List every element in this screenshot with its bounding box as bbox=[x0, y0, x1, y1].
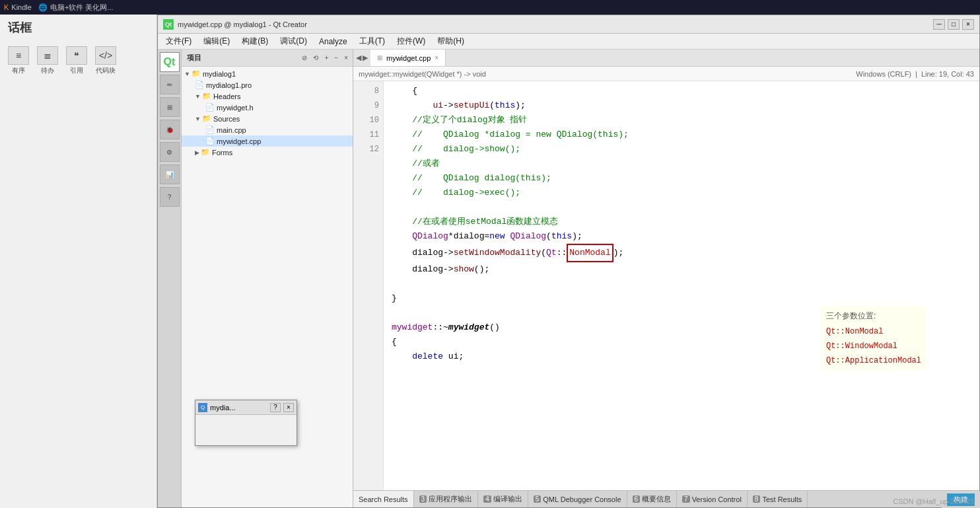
code-line-comment2: // QDialog dialog(this); bbox=[392, 171, 971, 186]
tree-root[interactable]: ▼ 📁 mydialog1 bbox=[182, 68, 353, 79]
sidebar-welcome-icon[interactable]: Qt bbox=[160, 52, 180, 72]
code-line-setmodal-comment: //在或者使用setModal函数建立模态 bbox=[392, 215, 971, 229]
tree-item-headers[interactable]: ▼ 📁 Headers bbox=[182, 91, 353, 102]
dialog-title-bar: Q mydia... ? × bbox=[195, 400, 297, 415]
code-line-12: // dialog->show(); bbox=[392, 142, 971, 157]
tree-item-mywidgeth[interactable]: 📄 mywidget.h bbox=[182, 102, 353, 113]
nav-back[interactable]: ◀ bbox=[356, 54, 361, 62]
code-line-blank1 bbox=[392, 200, 971, 215]
dialog-close-button[interactable]: × bbox=[283, 403, 294, 412]
dialog-icon: Q bbox=[198, 403, 207, 412]
tree-item-pro[interactable]: 📄 mydialog1.pro bbox=[182, 79, 353, 91]
todo-icon[interactable]: ≣ 待办 bbox=[37, 46, 58, 75]
code-line-comment1: //或者 bbox=[392, 157, 971, 171]
browser-icon: 🌐 bbox=[38, 3, 48, 12]
bottom-tab-test-results[interactable]: 8 Test Results bbox=[748, 491, 808, 507]
code-line-blank2 bbox=[392, 277, 971, 291]
panel-title: 话框 bbox=[0, 15, 157, 41]
dialog-help-button[interactable]: ? bbox=[270, 403, 281, 412]
sidebar-help-icon[interactable]: ? bbox=[160, 187, 180, 207]
minimize-button[interactable]: ─ bbox=[933, 19, 945, 30]
tab-label: mywidget.cpp bbox=[386, 54, 431, 62]
window-controls: ─ □ × bbox=[933, 19, 974, 30]
sidebar-analyze-icon[interactable]: 📊 bbox=[160, 164, 180, 184]
bottom-tabs: Search Results 3 应用程序输出 4 编译输出 5 QML Deb… bbox=[353, 490, 979, 507]
sidebar-projects-icon[interactable]: ⚙ bbox=[160, 142, 180, 162]
annotation-item-0: Qt::NonModal bbox=[826, 324, 921, 339]
code-line-8: { bbox=[392, 84, 971, 98]
floating-dialog: Q mydia... ? × bbox=[195, 400, 297, 446]
tree-item-forms[interactable]: ▶ 📁 Forms bbox=[182, 147, 353, 158]
ordered-list-icon[interactable]: ≡ 有序 bbox=[8, 46, 29, 75]
bottom-tab-search[interactable]: Search Results bbox=[353, 491, 414, 507]
menu-help[interactable]: 帮助(H) bbox=[432, 34, 470, 48]
sidebar-edit-icon[interactable]: ✏ bbox=[160, 75, 180, 94]
tab-icon: ⊞ bbox=[377, 54, 382, 61]
tree-item-mywidgetcpp[interactable]: 📄 mywidget.cpp bbox=[182, 135, 353, 147]
sidebar-design-icon[interactable]: ⊞ bbox=[160, 97, 180, 117]
filter-button[interactable]: ⊘ bbox=[300, 54, 309, 62]
left-sidebar: Qt ✏ ⊞ 🐞 ⚙ 📊 ? bbox=[158, 50, 182, 507]
tree-root-label: mydialog1 bbox=[203, 70, 236, 78]
bottom-tab-compile-output[interactable]: 4 编译输出 bbox=[478, 491, 528, 507]
editor-tab-bar: ◀ ▶ ⊞ mywidget.cpp × bbox=[353, 50, 979, 67]
code-line-modality: dialog->setWindowModality(Qt::NonModal); bbox=[392, 244, 971, 262]
bottom-tab-summary[interactable]: 6 概要信息 bbox=[627, 491, 678, 507]
code-line-closebrace: } bbox=[392, 291, 971, 306]
code-editor: 8 9 10 11 12 bbox=[353, 81, 979, 490]
search-results-label: Search Results bbox=[359, 495, 408, 503]
taskbar: K Kindle 🌐 电脑+软件 美化网... bbox=[0, 0, 980, 15]
code-line-11: // QDialog *dialog = new QDialog(this); bbox=[392, 127, 971, 142]
menu-analyze[interactable]: Analyze bbox=[314, 36, 353, 48]
menu-debug[interactable]: 调试(D) bbox=[275, 34, 312, 48]
maximize-button[interactable]: □ bbox=[948, 19, 960, 30]
menu-controls[interactable]: 控件(W) bbox=[392, 34, 431, 48]
tab-close-button[interactable]: × bbox=[435, 54, 438, 61]
csdn-watermark: CSDN @Half_up-298415 bbox=[893, 497, 975, 505]
bottom-tab-qml-debugger[interactable]: 5 QML Debugger Console bbox=[528, 491, 627, 507]
menu-tools[interactable]: 工具(T) bbox=[354, 34, 390, 48]
taskbar-kindle[interactable]: K Kindle bbox=[4, 3, 32, 11]
tree-item-sources[interactable]: ▼ 📁 Sources bbox=[182, 113, 353, 124]
encoding-label: Windows (CRLF) bbox=[856, 70, 911, 78]
menu-build[interactable]: 构建(B) bbox=[236, 34, 273, 48]
annotation-item-1: Qt::WindowModal bbox=[826, 339, 921, 353]
editor-area: ◀ ▶ ⊞ mywidget.cpp × mywidget::mywidget(… bbox=[353, 50, 979, 507]
quote-icon[interactable]: ❝ 引用 bbox=[66, 46, 87, 75]
editor-tab-mywidgetcpp[interactable]: ⊞ mywidget.cpp × bbox=[370, 50, 446, 66]
breadcrumb-bar: mywidget::mywidget(QWidget *) -> void Wi… bbox=[353, 67, 979, 81]
sync-button[interactable]: ⟲ bbox=[311, 54, 320, 62]
nav-forward[interactable]: ▶ bbox=[363, 54, 368, 62]
taskbar-browser[interactable]: 🌐 电脑+软件 美化网... bbox=[38, 3, 114, 13]
menu-bar: 文件(F) 编辑(E) 构建(B) 调试(D) Analyze 工具(T) 控件… bbox=[158, 34, 979, 50]
collapse-button[interactable]: − bbox=[332, 54, 340, 62]
window-title: mywidget.cpp @ mydialog1 - Qt Creator bbox=[178, 20, 307, 28]
close-button[interactable]: × bbox=[962, 19, 974, 30]
project-toolbar-title: 项目 bbox=[184, 52, 204, 64]
icon-row-1: ≡ 有序 ≣ 待办 ❝ 引用 </> 代码块 bbox=[8, 46, 149, 75]
menu-file[interactable]: 文件(F) bbox=[160, 34, 197, 48]
position-label: Line: 19, Col: 43 bbox=[921, 70, 974, 78]
code-content[interactable]: { ui->setupUi(this); //定义了个dialog对象 指针 /… bbox=[384, 81, 979, 490]
close-panel-button[interactable]: × bbox=[342, 54, 350, 62]
title-bar: Qt mywidget.cpp @ mydialog1 - Qt Creator… bbox=[158, 15, 979, 34]
code-block-icon[interactable]: </> 代码块 bbox=[95, 46, 116, 75]
add-button[interactable]: + bbox=[322, 54, 330, 62]
dialog-content bbox=[195, 415, 297, 425]
sidebar-debug-icon[interactable]: 🐞 bbox=[160, 120, 180, 139]
qt-logo: Qt bbox=[163, 19, 174, 30]
dialog-title-text: mydia... bbox=[210, 404, 267, 412]
annotation-item-2: Qt::ApplicationModal bbox=[826, 353, 921, 368]
code-line-show: dialog->show(); bbox=[392, 262, 971, 277]
menu-edit[interactable]: 编辑(E) bbox=[198, 34, 235, 48]
line-numbers: 8 9 10 11 12 bbox=[353, 81, 384, 490]
project-toolbar: 项目 ⊘ ⟲ + − × bbox=[182, 50, 353, 67]
bottom-tab-version-control[interactable]: 7 Version Control bbox=[677, 491, 748, 507]
annotation-box: 三个参数位置: Qt::NonModal Qt::WindowModal Qt:… bbox=[821, 306, 927, 371]
code-line-9: ui->setupUi(this); bbox=[392, 98, 971, 113]
left-panel: 话框 ≡ 有序 ≣ 待办 ❝ 引用 </> 代码块 bbox=[0, 15, 157, 508]
code-line-comment3: // dialog->exec(); bbox=[392, 186, 971, 200]
breadcrumb-path: mywidget::mywidget(QWidget *) -> void bbox=[359, 70, 486, 78]
tree-item-maincpp[interactable]: 📄 main.cpp bbox=[182, 124, 353, 135]
bottom-tab-app-output[interactable]: 3 应用程序输出 bbox=[414, 491, 479, 507]
